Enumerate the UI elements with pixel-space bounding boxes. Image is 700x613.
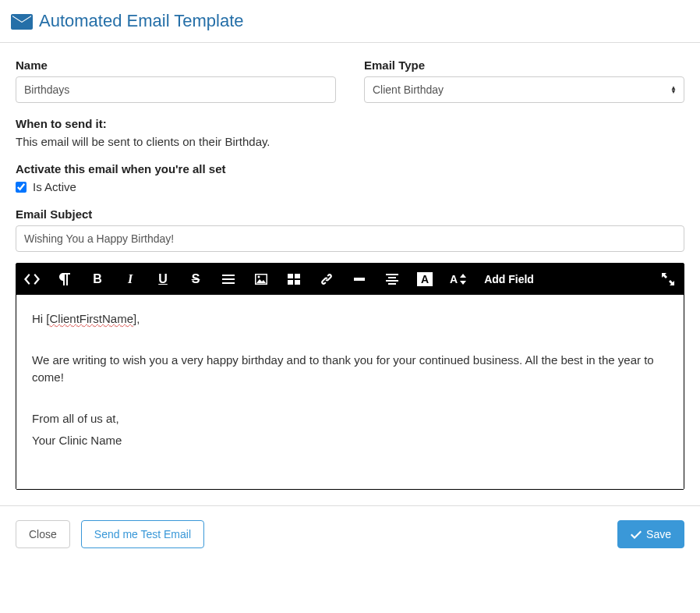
svg-rect-10 [386, 274, 398, 275]
underline-icon[interactable]: U [155, 271, 171, 287]
save-label: Save [646, 528, 671, 540]
body-paragraph: We are writing to wish you a very happy … [32, 352, 668, 387]
font-size-letter: A [450, 273, 458, 285]
svg-rect-2 [222, 282, 235, 284]
image-icon[interactable] [253, 271, 269, 287]
activate-label: Activate this email when you're all set [16, 162, 684, 175]
svg-rect-8 [295, 280, 300, 285]
font-color-letter: A [421, 273, 429, 285]
activate-block: Activate this email when you're all set … [16, 162, 684, 193]
modal-header: Automated Email Template [0, 0, 700, 42]
when-block: When to send it: This email will be sent… [16, 117, 684, 148]
is-active-label: Is Active [33, 180, 76, 193]
send-test-button[interactable]: Send me Test Email [81, 520, 204, 548]
align-icon[interactable] [384, 271, 400, 287]
email-type-label: Email Type [364, 58, 684, 72]
save-button[interactable]: Save [617, 520, 684, 548]
page-title: Automated Email Template [39, 11, 244, 31]
email-type-select[interactable]: Client Birthday [364, 76, 684, 103]
greeting-suffix: ], [133, 312, 140, 325]
merge-field: ClientFirstName [50, 312, 134, 325]
close-button[interactable]: Close [16, 520, 70, 548]
table-icon[interactable] [286, 271, 302, 287]
svg-rect-13 [388, 283, 396, 285]
name-input[interactable] [16, 76, 336, 103]
code-view-icon[interactable] [24, 271, 40, 287]
editor-toolbar: B I U S A A [16, 264, 684, 295]
body-signoff-1: From all of us at, [32, 410, 668, 428]
link-icon[interactable] [319, 271, 334, 287]
is-active-checkbox[interactable] [16, 182, 27, 193]
paragraph-icon[interactable] [57, 271, 72, 287]
svg-rect-1 [222, 278, 235, 280]
fullscreen-icon[interactable] [660, 271, 676, 287]
bold-icon[interactable]: B [90, 271, 105, 287]
subject-block: Email Subject [16, 207, 684, 252]
subject-input[interactable] [16, 225, 684, 252]
form-body: Name Email Type Client Birthday ▲▼ When … [0, 43, 700, 505]
italic-icon[interactable]: I [122, 271, 138, 287]
list-icon[interactable] [221, 271, 236, 287]
greeting-prefix: Hi [ [32, 312, 50, 325]
body-greeting: Hi [ClientFirstName], [32, 310, 668, 328]
font-size-icon[interactable]: A [450, 271, 467, 287]
body-signoff-2: Your Clinic Name [32, 432, 668, 450]
svg-rect-0 [222, 275, 235, 276]
svg-rect-12 [386, 280, 398, 282]
font-color-icon[interactable]: A [417, 272, 433, 286]
svg-rect-9 [354, 278, 365, 281]
editor-content[interactable]: Hi [ClientFirstName], We are writing to … [16, 295, 684, 489]
check-icon [631, 530, 642, 539]
add-field-button[interactable]: Add Field [484, 273, 534, 285]
svg-rect-7 [288, 280, 293, 285]
strikethrough-icon[interactable]: S [188, 271, 203, 287]
modal-footer: Close Send me Test Email Save [0, 505, 700, 562]
name-label: Name [16, 58, 336, 72]
email-editor: B I U S A A [16, 263, 684, 490]
svg-rect-11 [388, 277, 396, 278]
svg-point-4 [258, 276, 260, 278]
when-text: This email will be sent to clients on th… [16, 135, 684, 148]
envelope-icon [11, 14, 33, 30]
when-label: When to send it: [16, 117, 684, 130]
svg-rect-6 [295, 274, 300, 278]
subject-label: Email Subject [16, 207, 684, 221]
horizontal-rule-icon[interactable] [352, 271, 367, 287]
svg-rect-5 [288, 274, 293, 278]
